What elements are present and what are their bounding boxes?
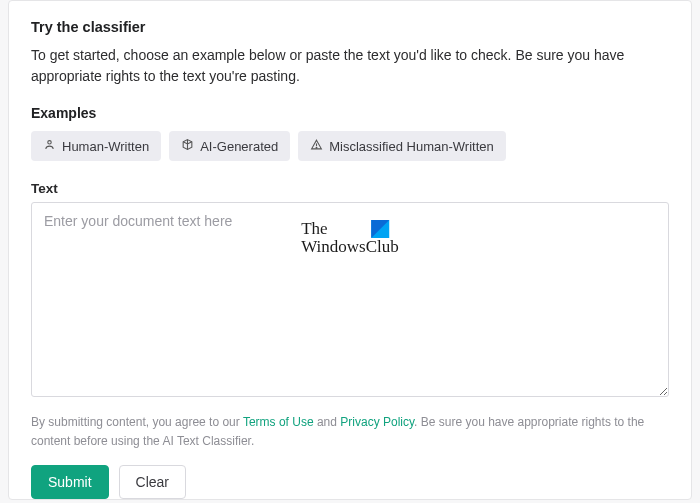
svg-point-1: [316, 147, 317, 148]
chip-label: AI-Generated: [200, 139, 278, 154]
example-human-written[interactable]: Human-Written: [31, 131, 161, 161]
examples-label: Examples: [31, 105, 669, 121]
terms-link[interactable]: Terms of Use: [243, 415, 314, 429]
disclaimer-and: and: [314, 415, 341, 429]
intro-text: To get started, choose an example below …: [31, 45, 669, 87]
example-ai-generated[interactable]: AI-Generated: [169, 131, 290, 161]
text-label: Text: [31, 181, 669, 196]
textarea-container: The WindowsClub: [31, 202, 669, 401]
examples-row: Human-Written AI-Generated Misclassified…: [31, 131, 669, 161]
button-row: Submit Clear: [31, 465, 669, 499]
cube-icon: [181, 138, 194, 154]
classifier-panel: Try the classifier To get started, choos…: [8, 0, 692, 500]
disclaimer-prefix: By submitting content, you agree to our: [31, 415, 243, 429]
page-title: Try the classifier: [31, 19, 669, 35]
svg-point-0: [48, 141, 51, 144]
warning-icon: [310, 138, 323, 154]
disclaimer: By submitting content, you agree to our …: [31, 413, 669, 451]
chip-label: Misclassified Human-Written: [329, 139, 493, 154]
example-misclassified[interactable]: Misclassified Human-Written: [298, 131, 505, 161]
person-icon: [43, 138, 56, 154]
submit-button[interactable]: Submit: [31, 465, 109, 499]
document-text-input[interactable]: [31, 202, 669, 397]
clear-button[interactable]: Clear: [119, 465, 186, 499]
chip-label: Human-Written: [62, 139, 149, 154]
privacy-link[interactable]: Privacy Policy: [340, 415, 414, 429]
